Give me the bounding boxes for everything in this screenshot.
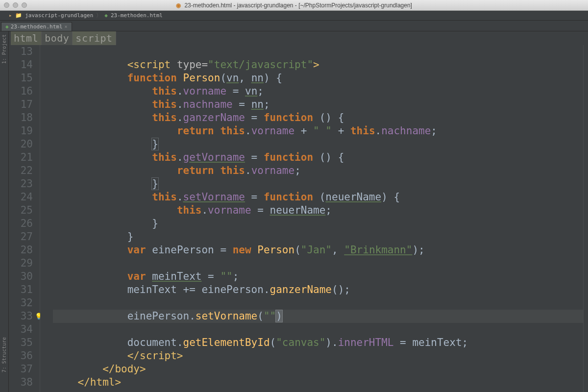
- code-editor[interactable]: 1314151617181920212223242526272829303132…: [9, 45, 588, 392]
- window-titlebar: ◉ 23-methoden.html - javascript-grundlag…: [0, 0, 588, 11]
- crumb-script[interactable]: script: [73, 31, 116, 45]
- minimize-icon[interactable]: [13, 2, 18, 8]
- traffic-lights: [4, 2, 27, 8]
- code-breadcrumb: html body script: [9, 31, 588, 45]
- editor-tabs: ◆ 23-methoden.html ×: [0, 21, 588, 31]
- zoom-icon[interactable]: [22, 2, 27, 8]
- crumb-html[interactable]: html: [11, 31, 42, 45]
- crumb-body[interactable]: body: [42, 31, 73, 45]
- html-file-icon: ◆: [5, 24, 9, 30]
- folder-icon: ▸ 📁: [9, 12, 22, 19]
- file-type-icon: ◉: [176, 2, 181, 9]
- tool-structure[interactable]: 7: Structure: [1, 337, 7, 372]
- close-icon[interactable]: [4, 2, 9, 8]
- html-file-icon: ◆: [104, 12, 108, 19]
- tool-project[interactable]: 1: Project: [1, 34, 7, 64]
- tab-23-methoden[interactable]: ◆ 23-methoden.html ×: [1, 22, 72, 31]
- window-title: ◉ 23-methoden.html - javascript-grundlag…: [0, 2, 588, 9]
- editor-area: html body script 13141516171819202122232…: [9, 31, 588, 392]
- code-content[interactable]: <script type="text/javascript"> function…: [40, 45, 588, 392]
- line-gutter[interactable]: 1314151617181920212223242526272829303132…: [9, 45, 40, 392]
- file-name[interactable]: 23-methoden.html: [111, 12, 163, 19]
- left-tool-strip: 1: Project 7: Structure: [0, 31, 9, 392]
- project-name[interactable]: javascript-grundlagen: [25, 12, 93, 19]
- scrollbar[interactable]: [583, 45, 588, 392]
- close-tab-icon[interactable]: ×: [65, 24, 68, 29]
- project-path-bar: ▸ 📁 javascript-grundlagen 〉 ◆ 23-methode…: [0, 11, 588, 21]
